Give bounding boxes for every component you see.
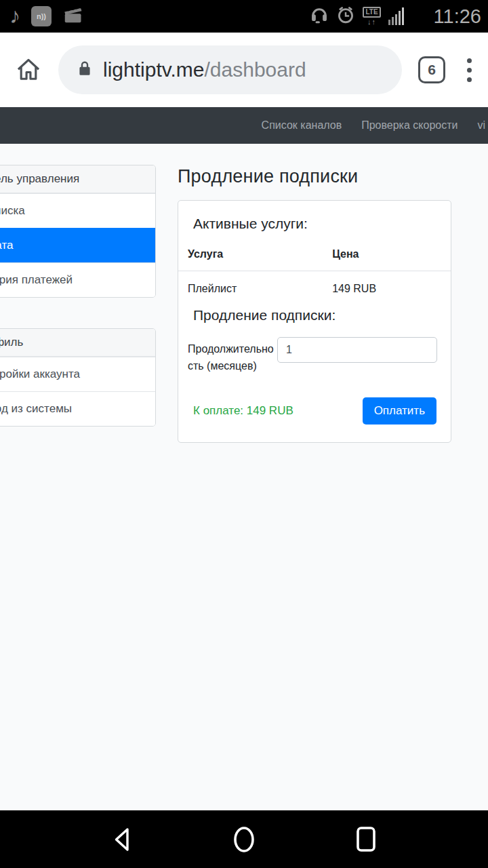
- status-notification-icons: ♪ n)): [9, 5, 83, 28]
- renewal-section-title: Продление подписки:: [178, 300, 451, 328]
- tab-counter-button[interactable]: 6: [418, 56, 445, 83]
- payment-footer: К оплате: 149 RUB Оплатить: [178, 378, 451, 442]
- back-button[interactable]: [107, 823, 137, 856]
- nav-link-clipped[interactable]: vi: [477, 119, 485, 132]
- browser-menu-button[interactable]: [464, 56, 474, 85]
- site-navbar: Список каналов Проверка скорости vi: [0, 107, 488, 144]
- url-host: lightiptv.me: [103, 58, 205, 81]
- url-text: lightiptv.me/dashboard: [103, 58, 306, 81]
- browser-toolbar: lightiptv.me/dashboard 6: [0, 33, 488, 107]
- subscription-card: Активные услуги: Услуга Цена Плейлист 14…: [178, 200, 451, 443]
- table-row: Плейлист 149 RUB: [178, 271, 451, 300]
- sidebar: Панель управления Подписка Оплата Истори…: [0, 165, 156, 427]
- sidebar-item-subscription[interactable]: Подписка: [0, 193, 155, 228]
- duration-input[interactable]: [277, 337, 437, 363]
- android-navigation-bar: [0, 810, 488, 868]
- control-panel-title: Панель управления: [0, 165, 155, 193]
- page-title: Продление подписки: [178, 166, 451, 187]
- sidebar-item-payment[interactable]: Оплата: [0, 228, 155, 262]
- home-button[interactable]: [229, 823, 259, 856]
- profile-card: Профиль Настройки аккаунта Выход из сист…: [0, 328, 156, 427]
- sidebar-item-account-settings[interactable]: Настройки аккаунта: [0, 357, 155, 391]
- url-path: /dashboard: [205, 58, 306, 81]
- nfc-icon: n)): [31, 6, 52, 26]
- duration-label: Продолжительность (месяцев): [188, 337, 277, 374]
- alarm-clock-icon: [336, 5, 355, 27]
- address-bar[interactable]: lightiptv.me/dashboard: [58, 45, 402, 94]
- nav-link-speed-test[interactable]: Проверка скорости: [361, 119, 458, 132]
- total-due-text: К оплате: 149 RUB: [193, 404, 293, 418]
- table-header-service: Услуга: [188, 248, 332, 260]
- clapperboard-icon: [62, 5, 83, 28]
- main-column: Продление подписки Активные услуги: Услу…: [178, 165, 451, 443]
- service-name-cell: Плейлист: [188, 283, 332, 295]
- lock-icon: [76, 60, 94, 80]
- nav-link-channel-list[interactable]: Список каналов: [262, 119, 342, 132]
- status-bar: ♪ n)): [0, 0, 488, 33]
- status-clock: 11:26: [434, 5, 481, 28]
- active-services-title: Активные услуги:: [178, 201, 451, 248]
- sidebar-item-logout[interactable]: Выход из системы: [0, 391, 155, 426]
- recents-button[interactable]: [351, 823, 381, 856]
- sidebar-item-payment-history[interactable]: История платежей: [0, 262, 155, 297]
- profile-title: Профиль: [0, 329, 155, 357]
- duration-form-row: Продолжительность (месяцев): [178, 328, 451, 378]
- signal-strength-icon: [388, 7, 404, 25]
- lte-network-icon: LTE ↓↑: [363, 7, 380, 26]
- battery-icon: [411, 6, 425, 26]
- control-panel-card: Панель управления Подписка Оплата Истори…: [0, 165, 156, 298]
- status-system-icons: LTE ↓↑ 11:26: [310, 5, 481, 28]
- headset-icon: [310, 5, 329, 27]
- table-header-price: Цена: [332, 248, 441, 260]
- browser-home-button[interactable]: [14, 55, 43, 85]
- phone-screen: ♪ n)): [0, 0, 488, 868]
- services-table-header: Услуга Цена: [178, 248, 451, 271]
- service-price-cell: 149 RUB: [332, 283, 441, 295]
- page-content: Панель управления Подписка Оплата Истори…: [0, 144, 488, 810]
- pay-button[interactable]: Оплатить: [363, 397, 436, 425]
- music-note-icon: ♪: [9, 5, 20, 26]
